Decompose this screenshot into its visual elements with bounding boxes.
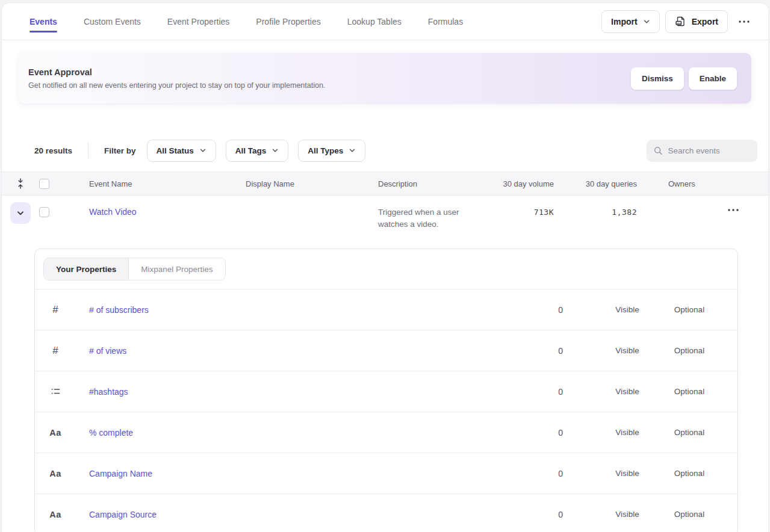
property-name-link[interactable]: % complete [89,428,133,438]
row-checkbox[interactable] [39,207,49,217]
chevron-down-icon [643,18,650,25]
enable-button[interactable]: Enable [689,67,737,90]
collapse-all-button[interactable] [13,176,28,191]
property-visibility: Visible [601,346,653,355]
dismiss-button[interactable]: Dismiss [631,67,684,90]
top-nav: Events Custom Events Event Properties Pr… [2,3,768,40]
tab-custom-events[interactable]: Custom Events [84,3,141,40]
property-name-link[interactable]: #hashtags [89,387,128,397]
property-queries: 0 [529,428,601,438]
status-filter-label: All Status [157,146,194,155]
property-visibility: Visible [601,305,653,314]
search-icon [654,146,663,156]
tab-custom-events-label: Custom Events [84,17,141,26]
tab-events[interactable]: Events [29,3,57,40]
import-button-label: Import [611,17,638,26]
property-row: # # of subscribers 0 Visible Optional [35,289,737,330]
nav-tabs: Events Custom Events Event Properties Pr… [29,3,601,40]
properties-panel-header: Your Properties Mixpanel Properties [35,249,737,289]
export-button[interactable]: csv Export [665,10,728,33]
import-button[interactable]: Import [601,10,660,33]
divider [88,143,88,158]
column-header-30-day-queries: 30 day queries [554,179,637,188]
tab-event-properties-label: Event Properties [167,17,230,26]
export-button-label: Export [692,17,718,26]
tab-lookup-tables[interactable]: Lookup Tables [347,3,402,40]
property-row: # # of views 0 Visible Optional [35,330,737,371]
event-approval-banner: Event Approval Get notified on all new e… [19,53,751,104]
property-visibility: Visible [601,469,653,478]
property-requirement: Optional [653,305,725,314]
property-row: Aa Campaign Source 0 Visible Optional [35,494,737,532]
text-type-icon: Aa [49,510,61,519]
types-filter-dropdown[interactable]: All Types [298,140,365,162]
property-name-link[interactable]: Campaign Name [89,469,152,478]
types-filter-label: All Types [308,146,343,155]
banner-text: Event Approval Get notified on all new e… [28,67,631,90]
tab-events-label: Events [29,17,57,26]
property-name-link[interactable]: # of views [89,346,126,356]
tags-filter-dropdown[interactable]: All Tags [226,140,289,162]
tab-profile-properties[interactable]: Profile Properties [256,3,320,40]
table-row-watch-video: Watch Video Triggered when a user watche… [2,196,768,238]
ellipsis-icon [728,209,739,211]
csv-file-icon: csv [675,16,686,27]
property-queries: 0 [529,469,601,478]
ellipsis-icon [739,20,750,23]
svg-text:csv: csv [676,22,681,25]
property-name-link[interactable]: Campaign Source [89,510,157,519]
property-queries: 0 [529,387,601,397]
nav-actions: Import csv Export [601,10,755,33]
column-header-display-name: Display Name [246,179,378,188]
property-queries: 0 [529,510,601,519]
column-header-description: Description [378,179,483,188]
results-count: 20 results [34,146,72,155]
volume-cell: 713K [534,196,554,217]
search-events-input[interactable] [668,146,751,155]
text-type-icon: Aa [49,469,61,478]
column-header-owners: Owners [637,179,695,188]
number-type-icon: # [52,345,58,357]
property-queries: 0 [529,346,601,356]
chevron-down-icon [272,147,279,154]
select-all-checkbox[interactable] [39,179,49,189]
property-visibility: Visible [601,510,653,519]
column-header-30-day-volume: 30 day volume [483,179,554,188]
tab-lookup-tables-label: Lookup Tables [347,17,402,26]
property-requirement: Optional [653,387,725,396]
column-header-event-name: Event Name [66,179,246,188]
list-type-icon [51,386,61,397]
text-type-icon: Aa [49,428,61,438]
chevron-down-icon [199,147,206,154]
banner-title: Event Approval [28,67,631,77]
description-cell: Triggered when a user watches a video. [378,196,476,230]
filter-bar: 20 results Filter by All Status All Tags… [2,138,768,162]
tab-your-properties[interactable]: Your Properties [44,258,129,280]
filter-by-label: Filter by [104,146,136,155]
property-queries: 0 [529,305,601,315]
more-options-button[interactable] [733,16,755,28]
events-table-header: Event Name Display Name Description 30 d… [2,172,768,196]
tab-formulas-label: Formulas [428,17,463,26]
number-type-icon: # [52,304,58,316]
banner-description: Get notified on all new events entering … [28,81,631,90]
property-name-link[interactable]: # of subscribers [89,305,149,315]
properties-tabs: Your Properties Mixpanel Properties [43,258,226,280]
property-visibility: Visible [601,428,653,437]
tab-formulas[interactable]: Formulas [428,3,463,40]
event-properties-panel: Your Properties Mixpanel Properties # # … [34,249,738,532]
collapse-row-button[interactable] [10,202,31,224]
banner-actions: Dismiss Enable [631,67,737,90]
row-more-options-button[interactable] [722,204,744,216]
tab-mixpanel-properties[interactable]: Mixpanel Properties [129,258,225,280]
status-filter-dropdown[interactable]: All Status [147,140,216,162]
tab-event-properties[interactable]: Event Properties [167,3,230,40]
queries-cell: 1,382 [612,196,637,217]
chevron-down-icon [349,147,356,154]
property-visibility: Visible [601,387,653,396]
event-name-link[interactable]: Watch Video [89,196,137,217]
tab-profile-properties-label: Profile Properties [256,17,320,26]
property-row: Aa Campaign Name 0 Visible Optional [35,453,737,494]
property-requirement: Optional [653,346,725,355]
lexicon-page: Events Custom Events Event Properties Pr… [1,2,769,532]
